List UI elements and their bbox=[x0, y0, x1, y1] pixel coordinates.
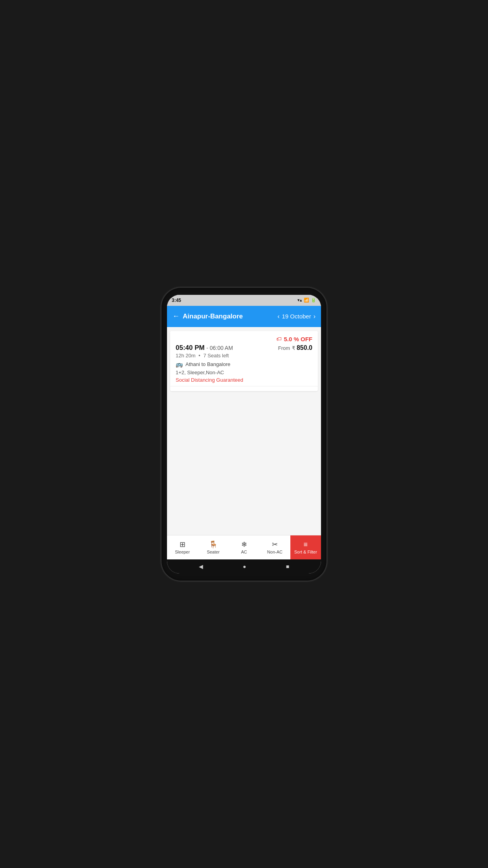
android-nav-bar: ◀ ● ■ bbox=[167, 559, 321, 574]
bus-icon: 🚌 bbox=[176, 361, 183, 368]
content-area: 🏷 5.0 % OFF 05:40 PM - 06:00 AM From ₹ 8… bbox=[167, 327, 321, 535]
bottom-nav: ⊞ Sleeper 🪑 Seater ❄ AC ✂ Non-AC ≡ Sort … bbox=[167, 535, 321, 559]
seats-left: 7 Seats left bbox=[203, 353, 229, 359]
sort-filter-icon: ≡ bbox=[304, 541, 308, 549]
currency-symbol: ₹ bbox=[292, 345, 295, 351]
route-text: Athani to Bangalore bbox=[185, 361, 230, 367]
sleeper-icon: ⊞ bbox=[180, 540, 185, 549]
ac-icon: ❄ bbox=[241, 540, 247, 549]
bus-type-row: 1+2, Sleeper,Non-AC bbox=[176, 370, 312, 375]
android-back-button[interactable]: ◀ bbox=[199, 563, 203, 570]
nav-item-nonac[interactable]: ✂ Non-AC bbox=[259, 535, 290, 559]
time-separator: - bbox=[206, 345, 210, 351]
card-divider bbox=[170, 386, 318, 386]
bus-type-text: 1+2, Sleeper,Non-AC bbox=[176, 370, 224, 375]
price-amount: 850.0 bbox=[297, 344, 312, 351]
price-info: From ₹ 850.0 bbox=[278, 344, 312, 351]
sort-filter-label: Sort & Filter bbox=[294, 550, 317, 554]
dot-separator: • bbox=[198, 353, 200, 359]
tag-icon: 🏷 bbox=[276, 336, 282, 342]
prev-date-button[interactable]: ‹ bbox=[277, 313, 279, 320]
battery-icon: 🔋 bbox=[311, 298, 316, 303]
app-bar-left: ← Ainapur-Bangalore bbox=[172, 312, 243, 320]
nav-item-seater[interactable]: 🪑 Seater bbox=[198, 535, 228, 559]
ac-label: AC bbox=[241, 550, 247, 554]
status-time: 3:45 bbox=[172, 298, 181, 303]
duration-text: 12h 20m bbox=[176, 353, 196, 359]
timing-info: 05:40 PM - 06:00 AM bbox=[176, 344, 233, 352]
nav-item-sleeper[interactable]: ⊞ Sleeper bbox=[167, 535, 198, 559]
discount-text: 5.0 % OFF bbox=[284, 336, 312, 342]
nonac-icon: ✂ bbox=[272, 540, 278, 549]
nav-item-sort-filter[interactable]: ≡ Sort & Filter bbox=[290, 535, 321, 559]
next-date-button[interactable]: › bbox=[314, 313, 316, 320]
arrival-time: 06:00 AM bbox=[210, 345, 233, 351]
departure-time: 05:40 PM bbox=[176, 344, 205, 351]
route-row: 🚌 Athani to Bangalore bbox=[176, 361, 312, 368]
signal-icon: 📶 bbox=[304, 298, 309, 303]
seater-icon: 🪑 bbox=[209, 540, 218, 549]
phone-frame: 3:45 ▾▴ 📶 🔋 ← Ainapur-Bangalore ‹ 19 Oct… bbox=[161, 288, 327, 581]
from-label: From bbox=[278, 345, 290, 351]
android-recent-button[interactable]: ■ bbox=[286, 563, 289, 570]
time-price-row: 05:40 PM - 06:00 AM From ₹ 850.0 bbox=[176, 344, 312, 352]
nonac-label: Non-AC bbox=[267, 550, 283, 554]
android-home-button[interactable]: ● bbox=[243, 563, 246, 570]
phone-screen: 3:45 ▾▴ 📶 🔋 ← Ainapur-Bangalore ‹ 19 Oct… bbox=[167, 295, 321, 574]
back-button[interactable]: ← bbox=[172, 312, 180, 320]
sleeper-label: Sleeper bbox=[175, 550, 190, 554]
nav-item-ac[interactable]: ❄ AC bbox=[229, 535, 259, 559]
status-icons: ▾▴ 📶 🔋 bbox=[297, 298, 316, 303]
app-bar-title: Ainapur-Bangalore bbox=[183, 313, 243, 320]
status-bar: 3:45 ▾▴ 📶 🔋 bbox=[167, 295, 321, 306]
wifi-icon: ▾▴ bbox=[297, 298, 302, 303]
duration-row: 12h 20m • 7 Seats left bbox=[176, 353, 312, 359]
date-navigation: ‹ 19 October › bbox=[277, 313, 316, 320]
current-date: 19 October bbox=[282, 313, 311, 320]
social-distance-label: Social Distancing Guaranteed bbox=[176, 377, 312, 383]
discount-badge: 🏷 5.0 % OFF bbox=[176, 336, 312, 342]
seater-label: Seater bbox=[207, 550, 219, 554]
bus-card[interactable]: 🏷 5.0 % OFF 05:40 PM - 06:00 AM From ₹ 8… bbox=[170, 331, 318, 391]
app-bar: ← Ainapur-Bangalore ‹ 19 October › bbox=[167, 306, 321, 327]
